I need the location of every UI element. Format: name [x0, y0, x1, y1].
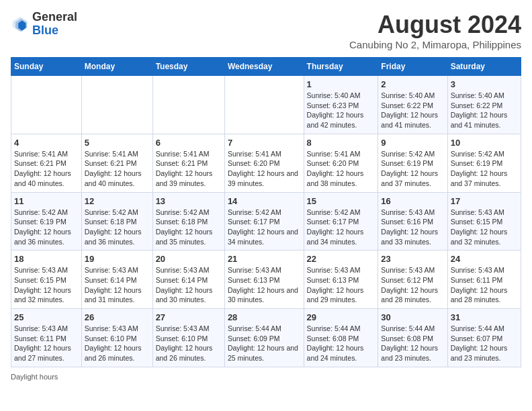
cell-info: Sunrise: 5:43 AM Sunset: 6:16 PM Dayligh…: [381, 208, 444, 247]
date-number: 19: [85, 254, 150, 264]
cell-info: Sunrise: 5:43 AM Sunset: 6:15 PM Dayligh…: [451, 208, 518, 247]
day-header-monday: Monday: [81, 58, 152, 76]
cell-info: Sunrise: 5:42 AM Sunset: 6:19 PM Dayligh…: [14, 208, 79, 247]
cell-info: Sunrise: 5:43 AM Sunset: 6:14 PM Dayligh…: [156, 265, 222, 305]
calendar-cell: 8Sunrise: 5:41 AM Sunset: 6:20 PM Daylig…: [304, 134, 378, 192]
calendar-cell: 19Sunrise: 5:43 AM Sunset: 6:14 PM Dayli…: [81, 250, 152, 309]
cell-info: Sunrise: 5:43 AM Sunset: 6:11 PM Dayligh…: [14, 324, 79, 363]
calendar-cell: 2Sunrise: 5:40 AM Sunset: 6:22 PM Daylig…: [378, 76, 447, 134]
date-number: 1: [307, 79, 375, 89]
daylight-hours-label: Daylight hours: [11, 373, 58, 381]
date-number: 2: [381, 79, 444, 89]
day-header-tuesday: Tuesday: [152, 58, 224, 76]
date-number: 12: [85, 196, 150, 206]
day-header-thursday: Thursday: [304, 58, 378, 76]
calendar-cell: 20Sunrise: 5:43 AM Sunset: 6:14 PM Dayli…: [152, 250, 224, 309]
date-number: 31: [451, 312, 518, 322]
calendar-cell: 22Sunrise: 5:43 AM Sunset: 6:13 PM Dayli…: [304, 250, 378, 309]
calendar-cell: 1Sunrise: 5:40 AM Sunset: 6:23 PM Daylig…: [304, 76, 378, 134]
title-area: August 2024 Canubing No 2, Mimaropa, Phi…: [349, 11, 521, 50]
date-number: 7: [228, 138, 301, 148]
calendar-cell: [224, 76, 304, 134]
date-number: 16: [381, 196, 444, 206]
footer: Daylight hours: [11, 373, 521, 381]
cell-info: Sunrise: 5:43 AM Sunset: 6:11 PM Dayligh…: [451, 265, 518, 305]
date-number: 15: [307, 196, 375, 206]
week-row-3: 11Sunrise: 5:42 AM Sunset: 6:19 PM Dayli…: [11, 192, 521, 250]
calendar-cell: 18Sunrise: 5:43 AM Sunset: 6:15 PM Dayli…: [11, 250, 82, 309]
cell-info: Sunrise: 5:41 AM Sunset: 6:20 PM Dayligh…: [307, 149, 375, 189]
cell-info: Sunrise: 5:43 AM Sunset: 6:12 PM Dayligh…: [381, 265, 444, 305]
date-number: 13: [156, 196, 222, 206]
calendar-cell: 16Sunrise: 5:43 AM Sunset: 6:16 PM Dayli…: [378, 192, 447, 250]
date-number: 9: [381, 138, 444, 148]
calendar-cell: 23Sunrise: 5:43 AM Sunset: 6:12 PM Dayli…: [378, 250, 447, 309]
cell-info: Sunrise: 5:40 AM Sunset: 6:23 PM Dayligh…: [307, 91, 375, 130]
calendar-cell: 14Sunrise: 5:42 AM Sunset: 6:17 PM Dayli…: [224, 192, 304, 250]
week-row-5: 25Sunrise: 5:43 AM Sunset: 6:11 PM Dayli…: [11, 309, 521, 367]
date-number: 4: [14, 138, 79, 148]
week-row-2: 4Sunrise: 5:41 AM Sunset: 6:21 PM Daylig…: [11, 134, 521, 192]
cell-info: Sunrise: 5:42 AM Sunset: 6:19 PM Dayligh…: [451, 149, 518, 189]
cell-info: Sunrise: 5:43 AM Sunset: 6:13 PM Dayligh…: [307, 265, 375, 305]
calendar-cell: 13Sunrise: 5:42 AM Sunset: 6:18 PM Dayli…: [152, 192, 224, 250]
calendar-cell: 27Sunrise: 5:43 AM Sunset: 6:10 PM Dayli…: [152, 309, 224, 367]
day-header-sunday: Sunday: [11, 58, 82, 76]
calendar-cell: 10Sunrise: 5:42 AM Sunset: 6:19 PM Dayli…: [447, 134, 521, 192]
date-number: 3: [451, 79, 518, 89]
calendar-cell: [152, 76, 224, 134]
cell-info: Sunrise: 5:44 AM Sunset: 6:08 PM Dayligh…: [381, 324, 444, 363]
date-number: 17: [451, 196, 518, 206]
calendar-cell: 12Sunrise: 5:42 AM Sunset: 6:18 PM Dayli…: [81, 192, 152, 250]
calendar-cell: 6Sunrise: 5:41 AM Sunset: 6:21 PM Daylig…: [152, 134, 224, 192]
cell-info: Sunrise: 5:42 AM Sunset: 6:18 PM Dayligh…: [156, 208, 222, 247]
calendar-cell: [11, 76, 82, 134]
calendar-cell: 31Sunrise: 5:44 AM Sunset: 6:07 PM Dayli…: [447, 309, 521, 367]
calendar-cell: 21Sunrise: 5:43 AM Sunset: 6:13 PM Dayli…: [224, 250, 304, 309]
calendar-cell: 7Sunrise: 5:41 AM Sunset: 6:20 PM Daylig…: [224, 134, 304, 192]
date-number: 28: [228, 312, 301, 322]
cell-info: Sunrise: 5:40 AM Sunset: 6:22 PM Dayligh…: [381, 91, 444, 130]
date-number: 24: [451, 254, 518, 264]
date-number: 25: [14, 312, 79, 322]
cell-info: Sunrise: 5:41 AM Sunset: 6:20 PM Dayligh…: [228, 149, 301, 189]
calendar-cell: 24Sunrise: 5:43 AM Sunset: 6:11 PM Dayli…: [447, 250, 521, 309]
day-header-saturday: Saturday: [447, 58, 521, 76]
subtitle: Canubing No 2, Mimaropa, Philippines: [349, 39, 521, 50]
day-header-friday: Friday: [378, 58, 447, 76]
calendar-cell: 3Sunrise: 5:40 AM Sunset: 6:22 PM Daylig…: [447, 76, 521, 134]
calendar-cell: 28Sunrise: 5:44 AM Sunset: 6:09 PM Dayli…: [224, 309, 304, 367]
date-number: 26: [85, 312, 150, 322]
date-number: 27: [156, 312, 222, 322]
date-number: 10: [451, 138, 518, 148]
date-number: 21: [228, 254, 301, 264]
cell-info: Sunrise: 5:41 AM Sunset: 6:21 PM Dayligh…: [85, 149, 150, 189]
calendar-cell: 17Sunrise: 5:43 AM Sunset: 6:15 PM Dayli…: [447, 192, 521, 250]
main-title: August 2024: [349, 11, 521, 39]
cell-info: Sunrise: 5:43 AM Sunset: 6:13 PM Dayligh…: [228, 265, 301, 305]
calendar-cell: 25Sunrise: 5:43 AM Sunset: 6:11 PM Dayli…: [11, 309, 82, 367]
logo-text: General Blue: [32, 11, 77, 38]
cell-info: Sunrise: 5:42 AM Sunset: 6:17 PM Dayligh…: [307, 208, 375, 247]
logo-general: General: [32, 11, 77, 24]
week-row-4: 18Sunrise: 5:43 AM Sunset: 6:15 PM Dayli…: [11, 250, 521, 309]
date-number: 11: [14, 196, 79, 206]
calendar-cell: 29Sunrise: 5:44 AM Sunset: 6:08 PM Dayli…: [304, 309, 378, 367]
date-number: 30: [381, 312, 444, 322]
date-number: 23: [381, 254, 444, 264]
cell-info: Sunrise: 5:42 AM Sunset: 6:19 PM Dayligh…: [381, 149, 444, 189]
calendar-cell: 9Sunrise: 5:42 AM Sunset: 6:19 PM Daylig…: [378, 134, 447, 192]
calendar-cell: 5Sunrise: 5:41 AM Sunset: 6:21 PM Daylig…: [81, 134, 152, 192]
date-number: 22: [307, 254, 375, 264]
cell-info: Sunrise: 5:42 AM Sunset: 6:18 PM Dayligh…: [85, 208, 150, 247]
calendar-cell: 30Sunrise: 5:44 AM Sunset: 6:08 PM Dayli…: [378, 309, 447, 367]
logo: General Blue: [11, 11, 77, 38]
cell-info: Sunrise: 5:44 AM Sunset: 6:09 PM Dayligh…: [228, 324, 301, 363]
date-number: 18: [14, 254, 79, 264]
date-number: 8: [307, 138, 375, 148]
cell-info: Sunrise: 5:40 AM Sunset: 6:22 PM Dayligh…: [451, 91, 518, 130]
logo-blue: Blue: [32, 24, 77, 38]
cell-info: Sunrise: 5:42 AM Sunset: 6:17 PM Dayligh…: [228, 208, 301, 247]
week-row-1: 1Sunrise: 5:40 AM Sunset: 6:23 PM Daylig…: [11, 76, 521, 134]
calendar-cell: 11Sunrise: 5:42 AM Sunset: 6:19 PM Dayli…: [11, 192, 82, 250]
